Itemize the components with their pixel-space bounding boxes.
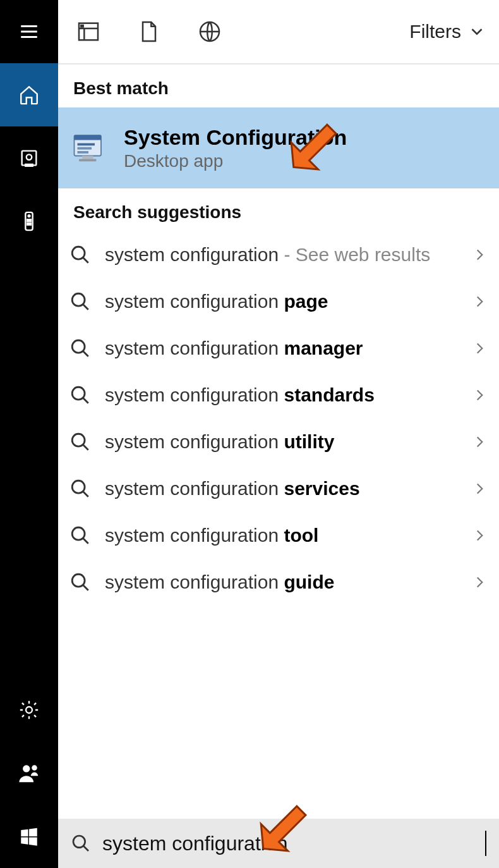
suggestion-text: system configuration services <box>105 478 464 499</box>
chevron-right-icon <box>471 434 488 450</box>
suggestions-header: Search suggestions <box>58 188 499 231</box>
chevron-right-icon <box>471 527 488 544</box>
search-icon <box>69 244 91 266</box>
suggestion-item[interactable]: system configuration guide <box>58 559 499 606</box>
chevron-down-icon <box>467 22 486 41</box>
svg-rect-19 <box>79 159 97 162</box>
chevron-right-icon <box>471 293 488 310</box>
svg-point-8 <box>23 765 30 772</box>
filters-button[interactable]: Filters <box>409 21 486 42</box>
suggestion-text: system configuration page <box>105 291 464 312</box>
suggestion-item[interactable]: system configuration page <box>58 278 499 325</box>
svg-rect-11 <box>81 25 83 27</box>
chevron-right-icon <box>471 480 488 497</box>
chevron-right-icon <box>471 387 488 403</box>
search-results-panel: Filters Best match System Configuration … <box>58 0 499 819</box>
svg-point-4 <box>28 215 30 217</box>
search-icon <box>69 572 91 593</box>
svg-point-24 <box>72 434 85 446</box>
svg-rect-14 <box>75 135 102 140</box>
best-match-title: System Configuration <box>124 125 347 150</box>
suggestion-text: system configuration - See web results <box>105 244 464 266</box>
svg-point-20 <box>72 247 85 259</box>
system-configuration-icon <box>69 129 107 167</box>
svg-rect-0 <box>22 151 37 166</box>
search-icon <box>69 338 91 359</box>
svg-point-23 <box>72 387 85 400</box>
svg-point-22 <box>72 340 85 353</box>
svg-point-1 <box>27 154 32 160</box>
chevron-right-icon <box>471 247 488 263</box>
menu-icon[interactable] <box>0 0 58 63</box>
search-icon <box>69 431 91 453</box>
suggestion-item[interactable]: system configuration - See web results <box>58 231 499 278</box>
suggestion-text: system configuration utility <box>105 431 464 453</box>
svg-point-27 <box>72 574 85 587</box>
svg-rect-17 <box>78 151 89 154</box>
search-icon <box>69 291 91 312</box>
suggestion-item[interactable]: system configuration tool <box>58 512 499 559</box>
home-icon[interactable] <box>0 63 58 126</box>
suggestion-text: system configuration standards <box>105 384 464 406</box>
svg-point-9 <box>32 765 37 771</box>
topbar: Filters <box>58 0 499 64</box>
svg-point-21 <box>72 293 85 306</box>
user-icon[interactable] <box>0 742 58 805</box>
text-cursor <box>485 831 486 856</box>
best-match-subtitle: Desktop app <box>124 151 347 171</box>
search-icon <box>69 525 91 546</box>
svg-rect-18 <box>82 156 93 159</box>
search-icon <box>69 384 91 406</box>
start-menu-sidebar <box>0 0 58 868</box>
search-icon <box>69 478 91 499</box>
search-input[interactable]: system configuration <box>102 832 484 855</box>
suggestion-item[interactable]: system configuration manager <box>58 325 499 372</box>
document-icon[interactable] <box>131 14 167 49</box>
remote-icon[interactable] <box>0 190 58 253</box>
best-match-result[interactable]: System Configuration Desktop app <box>58 107 499 188</box>
search-icon <box>71 833 91 853</box>
svg-point-28 <box>73 836 85 848</box>
search-bar[interactable]: system configuration <box>58 819 499 868</box>
svg-point-25 <box>72 480 85 493</box>
svg-rect-16 <box>78 147 92 150</box>
svg-point-26 <box>72 527 85 540</box>
suggestion-text: system configuration guide <box>105 572 464 593</box>
suggestion-text: system configuration tool <box>105 525 464 546</box>
windows-start-icon[interactable] <box>0 805 58 868</box>
suggestion-item[interactable]: system configuration utility <box>58 419 499 465</box>
suggestion-item[interactable]: system configuration services <box>58 465 499 512</box>
svg-rect-5 <box>27 219 31 221</box>
filters-label: Filters <box>409 21 461 42</box>
chevron-right-icon <box>471 574 488 590</box>
svg-point-7 <box>26 707 32 713</box>
apps-icon[interactable] <box>71 14 106 49</box>
suggestion-item[interactable]: system configuration standards <box>58 372 499 419</box>
chevron-right-icon <box>471 340 488 357</box>
best-match-header: Best match <box>58 64 499 107</box>
camera-icon[interactable] <box>0 126 58 190</box>
svg-rect-6 <box>27 223 31 225</box>
svg-rect-15 <box>78 144 95 146</box>
suggestions-list: system configuration - See web resultssy… <box>58 231 499 606</box>
gear-icon[interactable] <box>0 678 58 742</box>
globe-icon[interactable] <box>192 14 227 49</box>
suggestion-text: system configuration manager <box>105 338 464 359</box>
